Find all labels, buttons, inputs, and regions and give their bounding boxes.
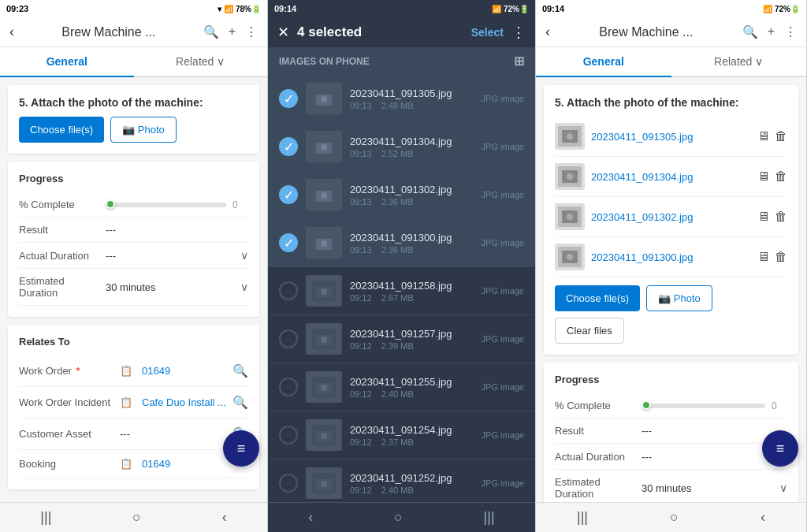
progress-row-estimated: Estimated Duration 30 minutes ∨ bbox=[19, 269, 248, 306]
file-delete-icon-1[interactable]: 🗑 bbox=[775, 169, 787, 184]
add-icon-1[interactable]: + bbox=[229, 24, 236, 39]
chevron-down-icon-1: ∨ bbox=[217, 55, 225, 68]
image-item-5[interactable]: 20230411_091257.jpg 09:12 2.39 MB JPG im… bbox=[268, 315, 535, 363]
thumb-3 bbox=[306, 227, 342, 259]
add-icon-3[interactable]: + bbox=[768, 24, 775, 39]
nav-back-2[interactable]: ‹ bbox=[308, 509, 313, 526]
attached-file-0: 20230411_091305.jpg 🖥 🗑 bbox=[555, 117, 787, 157]
screen-2: 09:14 📶 72%🔋 ✕ 4 selected Select ⋮ IMAGE… bbox=[268, 0, 536, 532]
wo-link[interactable]: 01649 bbox=[142, 365, 226, 377]
check-icon-8 bbox=[279, 474, 298, 493]
file-screen-icon-1[interactable]: 🖥 bbox=[757, 169, 770, 184]
file-name-2[interactable]: 20230411_091302.jpg bbox=[591, 211, 751, 223]
progress-bar[interactable] bbox=[106, 203, 226, 207]
progress-card-1: Progress % Complete 0 Result --- bbox=[8, 162, 259, 317]
file-screen-icon-3[interactable]: 🖥 bbox=[757, 250, 770, 264]
wo-icon: 📋 bbox=[120, 365, 132, 377]
woi-search-icon[interactable]: 🔍 bbox=[232, 395, 248, 410]
menu-fab-3[interactable]: ≡ bbox=[762, 430, 798, 467]
file-delete-icon-3[interactable]: 🗑 bbox=[775, 250, 787, 264]
svg-point-41 bbox=[567, 254, 573, 260]
estimated-duration-dropdown[interactable]: ∨ bbox=[240, 281, 248, 293]
close-button-2[interactable]: ✕ bbox=[277, 24, 289, 41]
relates-row-woi: Work Order Incident 📋 Cafe Duo Install .… bbox=[19, 387, 248, 419]
check-icon-2: ✓ bbox=[279, 185, 298, 204]
status-bar-1: 09:23 ▾ 📶 78%🔋 bbox=[0, 0, 267, 17]
search-icon-3[interactable]: 🔍 bbox=[742, 24, 758, 39]
progress-bar-3[interactable] bbox=[642, 404, 765, 408]
tab-general-1[interactable]: General bbox=[0, 47, 134, 76]
attach-card-3: 5. Attach the photo of the machine: 2023… bbox=[544, 85, 798, 355]
select-button-2[interactable]: Select bbox=[471, 26, 504, 39]
search-icon-1[interactable]: 🔍 bbox=[203, 24, 219, 39]
thumb-7 bbox=[306, 419, 342, 451]
progress-title-1: Progress bbox=[19, 173, 248, 184]
more-icon-1[interactable]: ⋮ bbox=[245, 24, 258, 39]
progress-row-complete: % Complete 0 bbox=[19, 192, 248, 218]
thumb-5 bbox=[306, 323, 342, 355]
file-name-1[interactable]: 20230411_091304.jpg bbox=[591, 171, 751, 183]
check-icon-0: ✓ bbox=[279, 89, 298, 108]
nav-circle-3[interactable]: ○ bbox=[670, 509, 679, 526]
selected-count-2: 4 selected bbox=[297, 24, 463, 40]
file-delete-icon-2[interactable]: 🗑 bbox=[775, 210, 787, 224]
nav-back-1[interactable]: ‹ bbox=[222, 509, 227, 526]
more-icon-2[interactable]: ⋮ bbox=[511, 24, 526, 41]
photo-button-3[interactable]: 📷 Photo bbox=[646, 285, 712, 311]
actual-duration-dropdown[interactable]: ∨ bbox=[240, 249, 248, 262]
image-item-2[interactable]: ✓ 20230411_091302.jpg 09:13 2.36 MB JPG … bbox=[268, 171, 535, 219]
phone-nav-2: ‹ ○ ||| bbox=[268, 502, 535, 532]
nav-back-3[interactable]: ‹ bbox=[761, 509, 765, 526]
file-screen-icon-0[interactable]: 🖥 bbox=[757, 129, 770, 143]
wo-search-icon[interactable]: 🔍 bbox=[232, 363, 248, 378]
svg-point-35 bbox=[567, 173, 573, 180]
estimated-duration-dropdown-3[interactable]: ∨ bbox=[779, 482, 787, 494]
file-name-3[interactable]: 20230411_091300.jpg bbox=[591, 251, 751, 263]
svg-point-17 bbox=[321, 337, 327, 343]
svg-point-14 bbox=[321, 288, 327, 295]
choose-files-button-3[interactable]: Choose file(s) bbox=[555, 285, 640, 311]
menu-fab-1[interactable]: ≡ bbox=[223, 430, 259, 467]
image-item-8[interactable]: 20230411_091252.jpg 09:12 2.40 MB JPG im… bbox=[268, 459, 535, 502]
booking-icon: 📋 bbox=[120, 458, 132, 470]
tab-related-3[interactable]: Related ∨ bbox=[671, 47, 807, 76]
thumb-8 bbox=[306, 467, 342, 499]
image-item-7[interactable]: 20230411_091254.jpg 09:12 2.37 MB JPG im… bbox=[268, 411, 535, 459]
more-icon-3[interactable]: ⋮ bbox=[784, 24, 797, 39]
back-button-1[interactable]: ‹ bbox=[9, 24, 14, 40]
nav-home-1[interactable]: ||| bbox=[40, 509, 51, 526]
progress-row-estimated-3: Estimated Duration 30 minutes ∨ bbox=[555, 470, 787, 502]
grid-view-icon[interactable]: ⊞ bbox=[514, 54, 524, 69]
thumb-0 bbox=[306, 83, 342, 114]
image-item-6[interactable]: 20230411_091255.jpg 09:12 2.40 MB JPG im… bbox=[268, 363, 535, 411]
progress-row-result: Result --- bbox=[19, 218, 248, 243]
phone-nav-3: ||| ○ ‹ bbox=[536, 502, 806, 532]
svg-point-23 bbox=[321, 433, 327, 439]
image-item-3[interactable]: ✓ 20230411_091300.jpg 09:13 2.36 MB JPG … bbox=[268, 219, 535, 267]
attached-file-2: 20230411_091302.jpg 🖥 🗑 bbox=[555, 197, 787, 237]
clear-files-button[interactable]: Clear files bbox=[555, 318, 624, 344]
status-bar-3: 09:14 📶 72%🔋 bbox=[536, 0, 806, 17]
file-delete-icon-0[interactable]: 🗑 bbox=[775, 129, 787, 143]
image-item-4[interactable]: 20230411_091258.jpg 09:12 2.67 MB JPG im… bbox=[268, 267, 535, 315]
file-buttons-3: Choose file(s) 📷 Photo Clear files bbox=[555, 285, 787, 344]
tab-general-3[interactable]: General bbox=[536, 47, 671, 76]
nav-home-3[interactable]: ||| bbox=[577, 509, 588, 526]
file-buttons-1: Choose file(s) 📷 Photo bbox=[19, 117, 248, 143]
photo-button-1[interactable]: 📷 Photo bbox=[110, 117, 177, 143]
check-icon-3: ✓ bbox=[279, 233, 298, 252]
woi-link[interactable]: Cafe Duo Install ... bbox=[142, 396, 226, 408]
image-item-0[interactable]: ✓ 20230411_091305.jpg 09:13 2.48 MB JPG … bbox=[268, 75, 535, 123]
choose-files-button-1[interactable]: Choose file(s) bbox=[19, 117, 104, 143]
nav-circle-1[interactable]: ○ bbox=[132, 509, 141, 526]
back-button-3[interactable]: ‹ bbox=[545, 24, 550, 40]
nav-circle-2[interactable]: ○ bbox=[394, 509, 403, 526]
status-icons-3: 📶 72%🔋 bbox=[763, 5, 800, 13]
image-item-1[interactable]: ✓ 20230411_091304.jpg 09:13 2.52 MB JPG … bbox=[268, 123, 535, 171]
progress-title-3: Progress bbox=[555, 374, 787, 385]
file-screen-icon-2[interactable]: 🖥 bbox=[757, 210, 770, 224]
nav-home-2[interactable]: ||| bbox=[484, 509, 495, 526]
file-thumb-2 bbox=[555, 203, 585, 230]
file-name-0[interactable]: 20230411_091305.jpg bbox=[591, 131, 751, 143]
tab-related-1[interactable]: Related ∨ bbox=[134, 47, 268, 76]
